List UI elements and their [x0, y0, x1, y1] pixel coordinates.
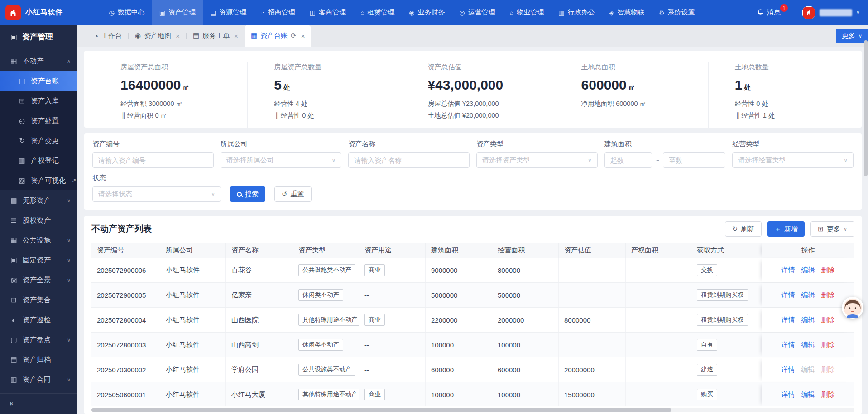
filter-select[interactable]: 请选择经营类型∨: [732, 152, 854, 168]
tabbar-more-button[interactable]: 更多 ∨: [836, 29, 868, 43]
add-button[interactable]: ＋ 新增: [767, 221, 805, 237]
range-from-input[interactable]: [604, 152, 652, 168]
sidebar-item-10[interactable]: ▤资产归档: [0, 350, 77, 370]
detail-link[interactable]: 详情: [782, 266, 795, 275]
user-menu-caret-icon[interactable]: ∨: [856, 10, 860, 15]
tab-close-icon[interactable]: ×: [176, 32, 180, 40]
sidebar-item-5[interactable]: ▣固定资产∨: [0, 250, 77, 270]
sidebar-item-11[interactable]: ▥资产合同∨: [0, 370, 77, 390]
cell-asset-code: 2025072800003: [91, 333, 160, 357]
filter-field-4: 资产类型请选择资产类型∨: [476, 140, 598, 168]
sidebar-item-6[interactable]: ▨资产全景∨: [0, 270, 77, 290]
sidebar-subitem-6[interactable]: ▨资产可视化↗: [0, 171, 77, 190]
chevron-down-icon: ∨: [67, 238, 71, 243]
nav-item-1[interactable]: ◷数据中心: [102, 0, 152, 25]
search-button[interactable]: 搜索: [230, 186, 265, 202]
tabbar-more-label: 更多: [842, 32, 855, 40]
sidebar-subitem-1[interactable]: ▤资产台账: [0, 71, 77, 91]
filter-select[interactable]: 请选择所属公司∨: [221, 152, 342, 168]
delete-link[interactable]: 删除: [821, 341, 835, 349]
tab-3[interactable]: ▤服务工单×: [187, 25, 245, 47]
tab-close-icon[interactable]: ×: [234, 32, 238, 40]
delete-link[interactable]: 删除: [821, 316, 835, 324]
asset-list-panel: 不动产资产列表 ↻ 刷新 ＋ 新增 ⊞ 更多 ∨: [84, 216, 862, 414]
tab-4[interactable]: ▦资产台账⟳×: [245, 25, 312, 47]
messages-button[interactable]: 消息 1: [757, 8, 781, 17]
tab-refresh-icon[interactable]: ⟳: [291, 32, 297, 40]
tab-close-icon[interactable]: ×: [301, 32, 305, 40]
lease-icon: ⌂: [360, 9, 364, 16]
sidebar-item-2[interactable]: ▤无形资产∨: [0, 190, 77, 210]
nav-item-3[interactable]: ▤资源管理: [203, 0, 254, 25]
nav-item-4[interactable]: ◔招商管理: [254, 0, 302, 25]
stat-card-subline: 经营面积 3000000 ㎡: [120, 98, 241, 109]
column-header-5: 资产用途: [359, 243, 426, 258]
reset-button[interactable]: ↺ 重置: [274, 186, 312, 202]
nav-item-5[interactable]: ◫客商管理: [302, 0, 353, 25]
nav-item-label: 租赁管理: [367, 8, 394, 17]
chevron-down-icon: ∨: [211, 191, 215, 197]
user-avatar[interactable]: [802, 6, 815, 19]
edit-link[interactable]: 编辑: [801, 341, 815, 349]
detail-link[interactable]: 详情: [782, 316, 795, 324]
edit-link[interactable]: 编辑: [801, 266, 815, 275]
cell-acquire-method: 租赁到期购买权: [691, 308, 762, 332]
filter-input[interactable]: [92, 152, 214, 168]
sidebar-collapse-button[interactable]: ⇤: [0, 393, 77, 414]
sidebar-item-4[interactable]: ▦公共设施∨: [0, 230, 77, 250]
sidebar-subitem-4[interactable]: ↻资产变更: [0, 131, 77, 151]
usage-tag: 商业: [364, 389, 385, 400]
sidebar-item-3[interactable]: ☰股权资产: [0, 210, 77, 230]
sidebar-item-1[interactable]: ▦不动产∧: [0, 51, 77, 71]
detail-link[interactable]: 详情: [782, 366, 795, 374]
nav-item-2[interactable]: ▣资产管理: [152, 0, 203, 25]
edit-link[interactable]: 编辑: [801, 291, 815, 300]
column-header-3: 资产名称: [226, 243, 293, 258]
nav-item-11[interactable]: ◈智慧物联: [602, 0, 652, 25]
nav-item-9[interactable]: ⌂物业管理: [503, 0, 551, 25]
customer-service-avatar[interactable]: [842, 297, 863, 319]
horizontal-scrollbar-thumb[interactable]: [91, 408, 671, 412]
range-to-input[interactable]: [663, 152, 725, 168]
column-header-6: 建筑面积: [426, 243, 492, 258]
status-select[interactable]: 请选择状态 ∨: [92, 186, 221, 202]
cell-oper-area: 2000000: [492, 308, 559, 332]
delete-link[interactable]: 删除: [821, 291, 835, 300]
vertical-scrollbar-thumb[interactable]: [864, 40, 868, 176]
nav-item-12[interactable]: ⚙系统设置: [652, 0, 702, 25]
refresh-button[interactable]: ↻ 刷新: [725, 221, 762, 237]
nav-item-6[interactable]: ⌂租赁管理: [353, 0, 402, 25]
delete-link[interactable]: 删除: [821, 266, 835, 275]
sidebar-item-label: 资产合同: [23, 375, 51, 385]
stat-card-subline: 非经营性 1 处: [735, 109, 855, 121]
username-blurred[interactable]: [820, 9, 852, 16]
detail-link[interactable]: 详情: [782, 390, 795, 399]
sidebar-subitem-2[interactable]: ⊞资产入库: [0, 91, 77, 111]
sidebar-item-8[interactable]: ◐资产巡检: [0, 310, 77, 330]
filter-select[interactable]: 请选择资产类型∨: [476, 152, 598, 168]
asset-management-icon: ▣: [159, 9, 165, 16]
delete-link[interactable]: 删除: [821, 390, 835, 399]
horizontal-scrollbar[interactable]: [91, 408, 854, 412]
edit-link[interactable]: 编辑: [801, 390, 815, 399]
column-header-7: 经营面积: [492, 243, 559, 258]
sidebar-subitem-5[interactable]: ▥产权登记: [0, 151, 77, 171]
edit-link[interactable]: 编辑: [801, 316, 815, 324]
nav-item-7[interactable]: ◉业务财务: [402, 0, 452, 25]
cell-prop-area: [626, 357, 691, 382]
nav-item-8[interactable]: ◎运营管理: [452, 0, 503, 25]
vertical-scrollbar[interactable]: [864, 26, 868, 412]
filter-input[interactable]: [348, 152, 470, 168]
sidebar-item-9[interactable]: ▢资产盘点∨: [0, 330, 77, 350]
list-more-button[interactable]: ⊞ 更多 ∨: [810, 221, 854, 237]
tab-1[interactable]: ◔工作台: [88, 25, 128, 47]
tab-2[interactable]: ◉资产地图×: [129, 25, 186, 47]
detail-link[interactable]: 详情: [782, 341, 795, 349]
sidebar-item-7[interactable]: ⊞资产集合: [0, 290, 77, 310]
nav-item-10[interactable]: ▥行政办公: [551, 0, 602, 25]
external-link-icon: ↗: [72, 177, 77, 184]
stat-card-subline: 房屋总估值 ¥23,000,000: [427, 98, 548, 109]
detail-link[interactable]: 详情: [782, 291, 795, 300]
sidebar-subitem-3[interactable]: ◴资产处置: [0, 111, 77, 131]
avatar-horse-icon: [805, 9, 812, 16]
